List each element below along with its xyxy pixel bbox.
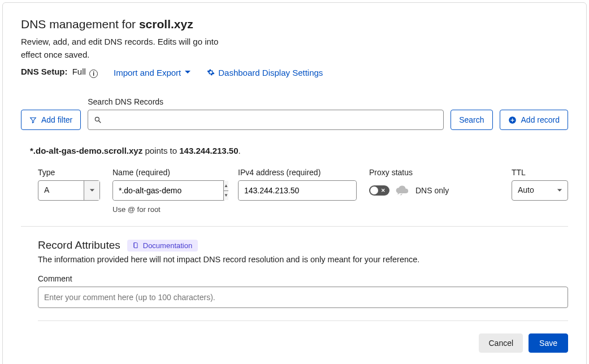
record-summary-end: . (239, 146, 241, 155)
meta-row: DNS Setup: Full i Import and Export Dash… (21, 67, 568, 78)
add-filter-button[interactable]: Add filter (21, 110, 81, 130)
record-attrs-header: Record Attributes Documentation (38, 239, 568, 252)
toolbar: Add filter Search DNS Records Search Add… (21, 97, 568, 130)
ipv4-input-wrap[interactable] (238, 180, 357, 201)
plus-circle-icon (508, 116, 517, 124)
name-label: Name (required) (112, 168, 226, 177)
cancel-button[interactable]: Cancel (479, 333, 523, 353)
ttl-value: Auto (512, 181, 552, 200)
dashboard-settings-label: Dashboard Display Settings (218, 68, 323, 77)
ipv4-label: IPv4 address (required) (238, 168, 357, 177)
caret-down-icon (184, 69, 191, 76)
dns-setup-label-group: DNS Setup: Full i (21, 67, 98, 78)
record-summary-value: 143.244.213.50 (179, 146, 238, 155)
add-record-button[interactable]: Add record (500, 110, 568, 130)
search-label: Search DNS Records (88, 97, 444, 106)
import-export-link[interactable]: Import and Export (114, 68, 191, 77)
ipv4-field: IPv4 address (required) (238, 168, 357, 201)
name-input-wrap[interactable]: ▲ ▼ (112, 180, 226, 201)
type-select[interactable]: A (38, 180, 100, 201)
ttl-caret (552, 181, 568, 200)
gear-icon (207, 68, 215, 76)
caret-down-icon (557, 188, 562, 193)
svg-line-1 (99, 121, 101, 123)
record-form: Type A Name (required) ▲ ▼ Use @ for roo… (21, 168, 568, 227)
divider (38, 320, 568, 321)
search-button[interactable]: Search (451, 110, 492, 130)
title-prefix: DNS management for (21, 18, 139, 31)
toggle-knob (370, 187, 378, 194)
spinner-up-icon[interactable]: ▲ (224, 181, 228, 191)
proxy-field: Proxy status ✕ DNS only (369, 168, 499, 201)
dns-setup-label: DNS Setup: (21, 67, 68, 76)
name-help: Use @ for root (112, 205, 226, 214)
search-input[interactable] (106, 115, 438, 125)
save-button[interactable]: Save (529, 333, 568, 353)
page-subtitle: Review, add, and edit DNS records. Edits… (21, 36, 236, 61)
record-attrs-title: Record Attributes (38, 239, 120, 252)
type-field: Type A (38, 168, 100, 201)
cloud-icon (395, 185, 410, 196)
type-label: Type (38, 168, 100, 177)
ipv4-input[interactable] (239, 181, 356, 200)
page-title: DNS management for scroll.xyz (21, 18, 568, 31)
book-icon (133, 242, 140, 249)
comment-label: Comment (38, 274, 568, 283)
svg-point-0 (96, 117, 99, 121)
dns-setup-value: Full (72, 67, 86, 76)
info-icon[interactable]: i (89, 70, 98, 78)
documentation-link[interactable]: Documentation (127, 240, 198, 252)
search-icon (94, 116, 102, 124)
comment-input[interactable] (38, 287, 568, 308)
proxy-label: Proxy status (369, 168, 499, 177)
import-export-label: Import and Export (114, 68, 181, 77)
filter-icon (29, 116, 37, 124)
search-input-wrapper[interactable] (88, 110, 444, 130)
record-attrs-desc: The information provided here will not i… (38, 255, 568, 264)
search-group: Search DNS Records (88, 97, 444, 130)
toggle-off-icon: ✕ (379, 187, 387, 194)
name-spinner[interactable]: ▲ ▼ (223, 181, 228, 200)
record-summary: *.do-alt-gas-demo.scroll.xyz points to 1… (30, 146, 568, 155)
caret-down-icon (89, 188, 95, 193)
record-summary-name: *.do-alt-gas-demo.scroll.xyz (30, 146, 142, 155)
documentation-label: Documentation (143, 241, 192, 250)
dashboard-settings-link[interactable]: Dashboard Display Settings (207, 68, 323, 77)
title-domain: scroll.xyz (139, 18, 193, 31)
add-record-label: Add record (521, 115, 560, 124)
proxy-status-text: DNS only (415, 186, 449, 195)
ttl-field: TTL Auto (512, 168, 568, 201)
add-filter-label: Add filter (41, 115, 72, 124)
ttl-select[interactable]: Auto (512, 180, 568, 201)
spinner-down-icon[interactable]: ▼ (224, 191, 228, 201)
ttl-label: TTL (512, 168, 568, 177)
type-caret (84, 181, 99, 200)
name-input[interactable] (113, 181, 223, 200)
proxy-toggle[interactable]: ✕ (369, 185, 389, 196)
dns-management-card: DNS management for scroll.xyz Review, ad… (2, 2, 587, 364)
name-field: Name (required) ▲ ▼ Use @ for root (112, 168, 226, 214)
footer-buttons: Cancel Save (21, 333, 568, 353)
type-value: A (38, 181, 84, 200)
record-summary-middle: points to (142, 146, 179, 155)
search-button-label: Search (459, 115, 484, 124)
